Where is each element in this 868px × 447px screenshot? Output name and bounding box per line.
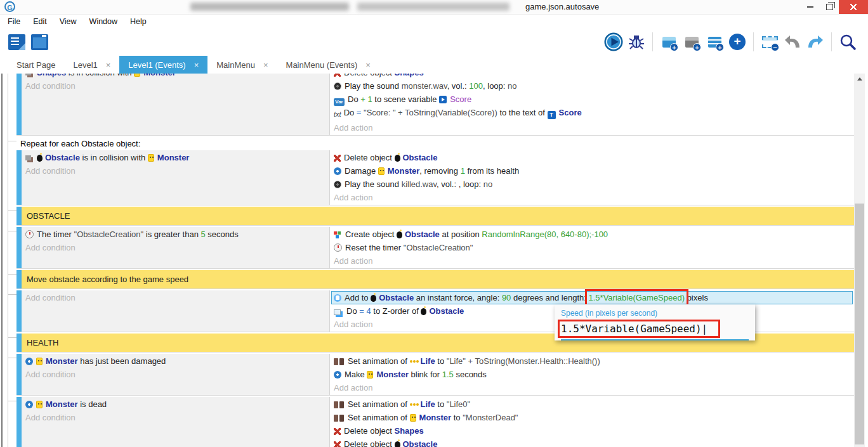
conditions-column: Obstacle is in collision with MonsterAdd…	[22, 150, 329, 205]
text-segment: Score	[450, 94, 471, 104]
action-line[interactable]: VarDo + 1 to scene variable Score	[334, 93, 850, 106]
add-action-button[interactable]: Add action	[334, 254, 850, 268]
event-selection-bar	[16, 354, 22, 395]
action-line[interactable]: Delete object Shapes	[334, 74, 850, 79]
menu-edit[interactable]: Edit	[31, 17, 49, 26]
run-preview-button[interactable]	[603, 32, 624, 52]
tab-mainmenu[interactable]: MainMenu×	[207, 56, 277, 74]
text-segment: an instant force, angle:	[414, 293, 502, 302]
anim-icon	[334, 358, 338, 365]
menu-window[interactable]: Window	[88, 17, 119, 26]
search-icon	[839, 33, 857, 51]
event-tree-tick	[8, 294, 16, 295]
debug-button[interactable]	[626, 32, 647, 52]
text-segment: Do	[344, 108, 357, 117]
add-button[interactable]	[727, 32, 747, 52]
action-line[interactable]: Delete object Obstacle	[334, 151, 850, 164]
minimize-button[interactable]	[801, 0, 820, 14]
vertical-scrollbar[interactable]	[854, 74, 865, 447]
action-line[interactable]: Delete object Obstacle	[334, 437, 850, 447]
menu-view[interactable]: View	[58, 17, 79, 26]
text-segment: =	[357, 108, 364, 117]
damage-icon	[334, 371, 341, 379]
expression-input-value: 1.5*Variable(GameSpeed)|	[561, 323, 707, 335]
tab-close-button[interactable]: ×	[263, 60, 268, 70]
text-segment: is in collision with	[66, 74, 134, 77]
tab-start-page[interactable]: Start Page	[8, 56, 64, 74]
tab-level1[interactable]: Level1×	[64, 56, 119, 74]
close-button[interactable]	[839, 0, 868, 14]
export-project-button[interactable]	[6, 32, 27, 52]
expression-input[interactable]: 1.5*Variable(GameSpeed)|	[561, 321, 749, 340]
action-line[interactable]: Play the sound killed.wav, vol.: , loop:…	[334, 178, 850, 191]
action-line[interactable]: Set animation of Monster to "MonsterDead…	[334, 411, 850, 424]
action-line[interactable]: Make Monster blink for 1.5 seconds	[334, 368, 850, 381]
tab-bar: Start Page Level1× Level1 (Events)× Main…	[0, 56, 868, 74]
add-condition-button[interactable]: Add condition	[25, 79, 326, 93]
text-segment: is in collision with	[80, 153, 148, 162]
undo-button[interactable]	[782, 32, 803, 52]
search-button[interactable]	[838, 32, 858, 52]
action-line[interactable]: Delete object Shapes	[334, 424, 850, 437]
action-line[interactable]: txtDo = "Score: " + ToString(Variable(Sc…	[334, 106, 850, 121]
action-line[interactable]: Set animation of Life to "Life0"	[334, 398, 850, 411]
action-line[interactable]: Damage Monster, removing 1 from its heal…	[334, 164, 850, 178]
toolbar-separator	[753, 32, 754, 51]
menu-file[interactable]: File	[6, 17, 22, 26]
tab-close-button[interactable]: ×	[365, 60, 371, 70]
monster-icon	[410, 414, 416, 422]
tab-level1-events[interactable]: Level1 (Events)×	[119, 56, 207, 74]
tab-close-button[interactable]: ×	[106, 60, 111, 70]
add-action-button[interactable]: Add action	[334, 381, 850, 394]
tab-close-button[interactable]: ×	[194, 60, 199, 70]
project-manager-icon	[31, 34, 48, 50]
add-condition-button[interactable]: Add condition	[25, 164, 326, 178]
action-line[interactable]: Create object Obstacle at position Rando…	[334, 228, 850, 241]
event-selection-bar	[16, 74, 22, 135]
condition-line[interactable]: Monster is dead	[25, 398, 326, 411]
action-line[interactable]: Add to Obstacle an instant force, angle:…	[331, 291, 853, 304]
add-action-button[interactable]: Add action	[334, 121, 850, 134]
scrollbar-up-arrow-icon[interactable]	[854, 74, 865, 84]
comment-text: OBSTACLE	[22, 207, 854, 225]
plus-badge-icon	[693, 43, 701, 51]
scrollbar-thumb[interactable]	[855, 204, 864, 444]
deselect-events-button[interactable]	[760, 32, 780, 52]
actions-column: Delete object ShapesPlay the sound monst…	[329, 74, 854, 135]
anim-icon	[334, 415, 338, 422]
action-line[interactable]: Play the sound monster.wav, vol.: 100, l…	[334, 79, 850, 93]
life-icon	[410, 403, 412, 406]
obstacle-icon	[395, 155, 400, 162]
text-segment: seconds	[206, 230, 239, 239]
undo-icon	[784, 34, 801, 49]
action-line[interactable]: Reset the timer "ObstacleCreation"	[334, 241, 850, 254]
condition-line[interactable]: Shapes is in collision with Monster	[25, 74, 326, 79]
delete-icon	[334, 441, 341, 447]
add-condition-button[interactable]: Add condition	[25, 411, 326, 424]
condition-line[interactable]: Obstacle is in collision with Monster	[25, 151, 326, 164]
add-action-button[interactable]: Add action	[334, 191, 850, 204]
event-tree-tick	[8, 274, 16, 275]
add-subevent-button[interactable]	[681, 32, 702, 52]
bug-icon	[628, 34, 645, 50]
life-icon	[410, 360, 412, 363]
tab-mainmenu-events[interactable]: MainMenu (Events)×	[277, 56, 379, 74]
add-condition-button[interactable]: Add condition	[25, 368, 326, 381]
comment-row[interactable]: Move obstacle according to the game spee…	[16, 270, 854, 289]
add-condition-button[interactable]: Add condition	[25, 291, 326, 304]
condition-line[interactable]: Monster has just been damaged	[25, 354, 326, 368]
event-row: Shapes is in collision with MonsterAdd c…	[16, 74, 854, 136]
menu-help[interactable]: Help	[128, 17, 148, 26]
add-condition-button[interactable]: Add condition	[25, 241, 326, 254]
maximize-button[interactable]	[820, 0, 839, 14]
condition-line[interactable]: The timer "ObstacleCreation" is greater …	[25, 228, 326, 241]
action-line[interactable]: Set animation of Life to "Life" + ToStri…	[334, 354, 850, 368]
event-tree-tick	[8, 211, 16, 211]
add-comment-button[interactable]	[704, 32, 725, 52]
redo-button[interactable]	[805, 32, 825, 52]
project-manager-button[interactable]	[29, 32, 49, 52]
text-segment: Make	[345, 370, 367, 379]
add-event-button[interactable]	[659, 32, 679, 52]
monster-icon	[148, 154, 154, 162]
comment-row[interactable]: OBSTACLE	[16, 207, 854, 226]
